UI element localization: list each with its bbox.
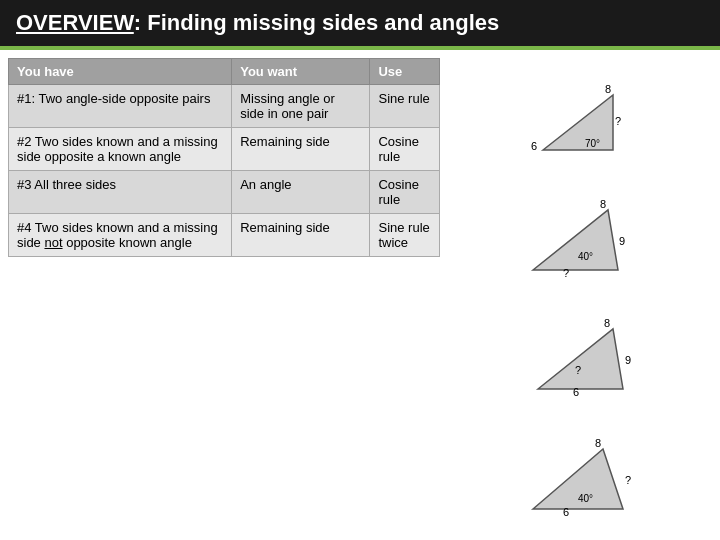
svg-marker-5 bbox=[533, 210, 618, 270]
overview-table: You have You want Use #1: Two angle-side… bbox=[8, 58, 440, 257]
svg-marker-0 bbox=[543, 95, 613, 150]
table-row: #1: Two angle-side opposite pairs Missin… bbox=[9, 85, 440, 128]
row4-have: #4 Two sides known and a missing side no… bbox=[9, 214, 232, 257]
diagram-2: 8 9 ? 40° bbox=[513, 192, 643, 282]
diagrams-section: 8 6 ? 70° 8 9 ? 40° 8 9 6 bbox=[440, 50, 720, 536]
row3-want: An angle bbox=[232, 171, 370, 214]
table-row: #2 Two sides known and a missing side op… bbox=[9, 128, 440, 171]
svg-text:?: ? bbox=[563, 267, 569, 279]
row4-want: Remaining side bbox=[232, 214, 370, 257]
svg-text:?: ? bbox=[615, 115, 621, 127]
svg-text:40°: 40° bbox=[578, 493, 593, 504]
row4-have-suffix: opposite known angle bbox=[63, 235, 192, 250]
svg-text:?: ? bbox=[625, 474, 631, 486]
row3-use: Cosine rule bbox=[370, 171, 440, 214]
diagram-4: 8 ? 6 40° bbox=[513, 431, 643, 521]
svg-text:9: 9 bbox=[625, 354, 631, 366]
row2-have: #2 Two sides known and a missing side op… bbox=[9, 128, 232, 171]
svg-text:?: ? bbox=[575, 364, 581, 376]
svg-text:6: 6 bbox=[563, 506, 569, 518]
row4-use: Sine rule twice bbox=[370, 214, 440, 257]
svg-text:70°: 70° bbox=[585, 138, 600, 149]
table-section: You have You want Use #1: Two angle-side… bbox=[0, 50, 440, 536]
row4-use-line2: twice bbox=[378, 235, 408, 250]
row2-want: Remaining side bbox=[232, 128, 370, 171]
svg-text:40°: 40° bbox=[578, 251, 593, 262]
main-content: You have You want Use #1: Two angle-side… bbox=[0, 50, 720, 536]
svg-text:9: 9 bbox=[619, 235, 625, 247]
row1-have: #1: Two angle-side opposite pairs bbox=[9, 85, 232, 128]
diagram-3: 8 9 6 ? bbox=[513, 312, 643, 402]
row2-use: Cosine rule bbox=[370, 128, 440, 171]
svg-text:6: 6 bbox=[573, 386, 579, 398]
svg-text:8: 8 bbox=[605, 83, 611, 95]
header-overview: OVERVIEW bbox=[16, 10, 134, 35]
row4-have-underline: not bbox=[44, 235, 62, 250]
svg-marker-10 bbox=[538, 329, 623, 389]
header-subtitle: : Finding missing sides and angles bbox=[134, 10, 500, 35]
svg-text:8: 8 bbox=[604, 317, 610, 329]
svg-text:8: 8 bbox=[600, 198, 606, 210]
row1-want: Missing angle or side in one pair bbox=[232, 85, 370, 128]
row4-use-line1: Sine rule bbox=[378, 220, 429, 235]
table-row: #3 All three sides An angle Cosine rule bbox=[9, 171, 440, 214]
diagram-1: 8 6 ? 70° bbox=[513, 73, 643, 163]
col-want: You want bbox=[232, 59, 370, 85]
svg-text:6: 6 bbox=[531, 140, 537, 152]
svg-text:8: 8 bbox=[595, 437, 601, 449]
header: OVERVIEW: Finding missing sides and angl… bbox=[0, 0, 720, 50]
col-have: You have bbox=[9, 59, 232, 85]
col-use: Use bbox=[370, 59, 440, 85]
table-row: #4 Two sides known and a missing side no… bbox=[9, 214, 440, 257]
row3-have: #3 All three sides bbox=[9, 171, 232, 214]
row1-use: Sine rule bbox=[370, 85, 440, 128]
